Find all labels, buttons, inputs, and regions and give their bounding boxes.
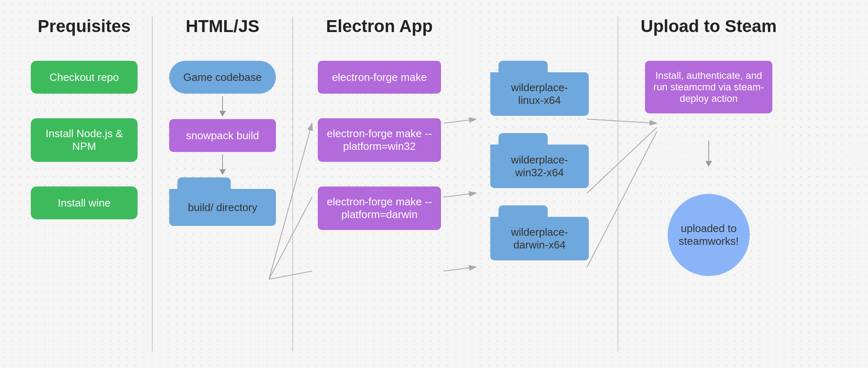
prerequisites-column: Prequisites Checkout repo Install Node.j… <box>25 16 144 219</box>
install-wine-node: Install wine <box>31 186 138 219</box>
electron-forge-make-node: electron-forge make <box>318 61 441 94</box>
build-directory-node: build/ directory <box>169 177 276 226</box>
linux-folder-node: wilderplace-linux-x64 <box>490 61 589 116</box>
diagram-container: Prequisites Checkout repo Install Node.j… <box>0 0 868 368</box>
steamcmd-node: Install, authenticate, and run steamcmd … <box>645 61 772 113</box>
htmljs-column: HTML/JS Game codebase snowpack build bui… <box>161 16 284 226</box>
win32-folder-tab <box>498 133 548 145</box>
svg-line-5 <box>443 267 476 271</box>
upload-header: Upload to Steam <box>641 16 776 36</box>
linux-folder-body: wilderplace-linux-x64 <box>490 72 589 116</box>
upload-column: Upload to Steam Install, authenticate, a… <box>627 16 791 276</box>
arrow-snowpack-build <box>219 154 226 175</box>
arrow-codebase-snowpack <box>219 96 226 117</box>
win32-folder-node: wilderplace-win32-x64 <box>490 133 589 188</box>
divider-1 <box>152 16 153 352</box>
folder-tab <box>177 177 231 189</box>
divider-2 <box>292 16 293 352</box>
install-nodejs-node: Install Node.js & NPM <box>31 118 138 162</box>
electron-nodes: electron-forge make electron-forge make … <box>318 53 441 230</box>
htmljs-header: HTML/JS <box>186 16 259 36</box>
htmljs-nodes: Game codebase snowpack build build/ dire… <box>169 53 276 226</box>
electron-forge-darwin-node: electron-forge make --platform=darwin <box>318 186 441 230</box>
electron-forge-win32-node: electron-forge make --platform=win32 <box>318 118 441 162</box>
divider-4 <box>618 16 618 352</box>
output-nodes: wilderplace-linux-x64 wilderplace-win32-… <box>490 53 589 260</box>
linux-folder-tab <box>498 61 548 72</box>
arrow-steam-upload <box>705 140 712 167</box>
game-codebase-node: Game codebase <box>169 61 276 94</box>
uploaded-steamworks-node: uploaded to steamworks! <box>668 194 750 276</box>
electron-column: Electron App electron-forge make electro… <box>301 16 457 230</box>
output-column: Output wilderplace-linux-x64 wilderplace… <box>470 16 609 260</box>
folder-body: build/ directory <box>169 189 276 226</box>
checkout-repo-node: Checkout repo <box>31 61 138 94</box>
electron-header: Electron App <box>326 16 433 36</box>
svg-line-2 <box>269 271 312 279</box>
win32-folder-body: wilderplace-win32-x64 <box>490 145 589 188</box>
upload-nodes: Install, authenticate, and run steamcmd … <box>645 53 772 276</box>
prerequisites-header: Prequisites <box>38 16 131 36</box>
prerequisites-nodes: Checkout repo Install Node.js & NPM Inst… <box>25 53 144 219</box>
darwin-folder-tab <box>498 205 548 217</box>
snowpack-build-node: snowpack build <box>169 119 276 152</box>
darwin-folder-node: wilderplace-darwin-x64 <box>490 205 589 260</box>
darwin-folder-body: wilderplace-darwin-x64 <box>490 217 589 260</box>
